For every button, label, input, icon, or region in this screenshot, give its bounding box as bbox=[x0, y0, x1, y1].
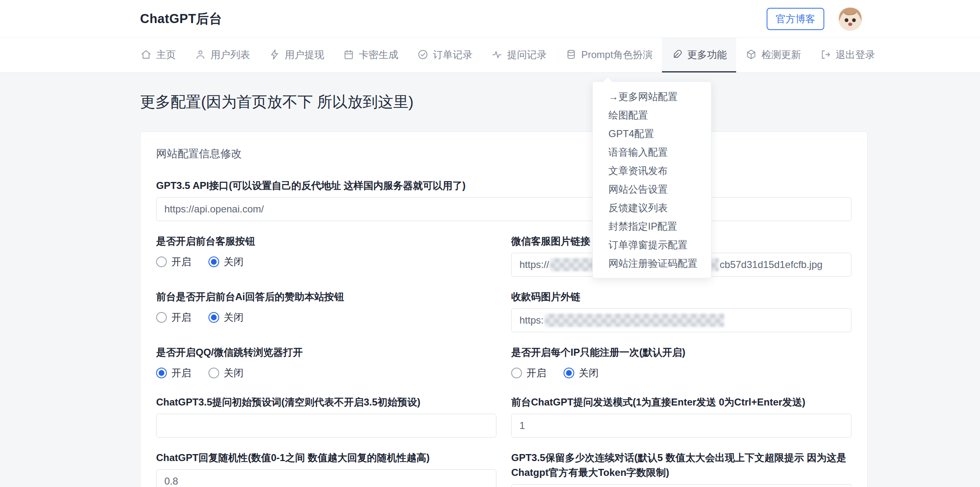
radio-option-off[interactable]: 关闭 bbox=[208, 366, 243, 380]
dropdown-item-voice-input-config[interactable]: 语音输入配置 bbox=[593, 143, 711, 161]
dropdown-item-gpt4-config[interactable]: GPT4配置 bbox=[593, 124, 711, 143]
radio-label: 关闭 bbox=[224, 255, 243, 268]
radio-label: 开启 bbox=[171, 366, 191, 380]
field-api-endpoint: GPT3.5 API接口(可以设置自己的反代地址 这样国内服务器就可以用了) h… bbox=[156, 178, 851, 221]
qq-wechat-jump-radio-group: 开启 关闭 bbox=[156, 364, 496, 382]
radio-label: 关闭 bbox=[224, 366, 243, 380]
nav-item-label: 退出登录 bbox=[835, 48, 875, 61]
nav-item-home[interactable]: 主页 bbox=[131, 38, 185, 72]
site-config-card: 网站配置信息修改 GPT3.5 API接口(可以设置自己的反代地址 这样国内服务… bbox=[140, 131, 868, 487]
radio-option-off[interactable]: 关闭 bbox=[208, 311, 243, 324]
dropdown-item-article-publish[interactable]: 文章资讯发布 bbox=[593, 161, 711, 180]
nav-item-label: 提问记录 bbox=[507, 48, 547, 61]
pen-icon bbox=[671, 49, 683, 60]
check-circle-icon bbox=[417, 49, 428, 60]
page-content: 更多配置(因为首页放不下 所以放到这里) 网站配置信息修改 GPT3.5 API… bbox=[0, 73, 980, 487]
radio-option-on[interactable]: 开启 bbox=[156, 366, 191, 380]
avatar-image bbox=[838, 7, 862, 31]
nav-item-label: 订单记录 bbox=[433, 48, 472, 61]
input-value: 1 bbox=[519, 420, 525, 431]
nav-item-label: 主页 bbox=[156, 48, 176, 61]
radio-option-off[interactable]: 关闭 bbox=[208, 255, 243, 268]
activity-icon bbox=[491, 49, 503, 60]
dropdown-item-register-captcha-config[interactable]: 网站注册验证码配置 bbox=[593, 254, 711, 273]
nav-item-label: 用户提现 bbox=[285, 48, 324, 61]
dropdown-item-drawing-config[interactable]: 绘图配置 bbox=[593, 106, 711, 124]
radio-icon bbox=[156, 312, 167, 323]
radio-option-on[interactable]: 开启 bbox=[156, 255, 191, 268]
official-blog-button[interactable]: 官方博客 bbox=[767, 8, 824, 30]
radio-icon bbox=[208, 312, 219, 323]
user-icon bbox=[195, 49, 206, 60]
api-endpoint-input[interactable]: https://api.openai.com/ bbox=[156, 197, 851, 221]
field-randomness: ChatGPT回复随机性(数值0-1之间 数值越大回复的随机性越高) 0.8 bbox=[156, 450, 496, 487]
blurred-text bbox=[545, 314, 724, 327]
context-rounds-input[interactable]: 5 bbox=[511, 484, 851, 487]
radio-label: 开启 bbox=[171, 255, 191, 268]
input-value: https: bbox=[519, 315, 544, 326]
radio-label: 开启 bbox=[171, 311, 191, 324]
card-title: 网站配置信息修改 bbox=[156, 147, 851, 161]
app-header: ChatGPT后台 官方博客 bbox=[0, 0, 980, 38]
field-label: GPT3.5保留多少次连续对话(默认5 数值太大会出现上下文超限提示 因为这是C… bbox=[511, 450, 851, 480]
nav-item-label: 卡密生成 bbox=[359, 48, 398, 61]
radio-icon bbox=[156, 256, 167, 267]
radio-label: 关闭 bbox=[224, 311, 243, 324]
input-value: cb57d31d15d1efcfb.jpg bbox=[720, 259, 823, 270]
field-label: 前台ChatGPT提问发送模式(1为直接Enter发送 0为Ctrl+Enter… bbox=[511, 395, 851, 410]
zap-icon bbox=[269, 49, 280, 60]
field-label: ChatGPT回复随机性(数值0-1之间 数值越大回复的随机性越高) bbox=[156, 450, 496, 465]
home-icon bbox=[140, 49, 152, 60]
field-label: ChatGPT3.5提问初始预设词(清空则代表不开启3.5初始预设) bbox=[156, 395, 496, 410]
radio-option-on[interactable]: 开启 bbox=[156, 311, 191, 324]
radio-icon bbox=[156, 368, 167, 378]
nav-item-logout[interactable]: 退出登录 bbox=[810, 38, 884, 72]
field-context-rounds: GPT3.5保留多少次连续对话(默认5 数值太大会出现上下文超限提示 因为这是C… bbox=[511, 450, 851, 487]
field-label: 是否开启前台客服按钮 bbox=[156, 234, 496, 249]
more-features-dropdown: →更多网站配置 绘图配置 GPT4配置 语音输入配置 文章资讯发布 网站公告设置… bbox=[592, 82, 711, 278]
header-right: 官方博客 bbox=[767, 7, 862, 31]
field-label: 是否开启QQ/微信跳转浏览器打开 bbox=[156, 345, 496, 360]
nav-item-check-update[interactable]: 检测更新 bbox=[736, 38, 810, 72]
radio-option-on[interactable]: 开启 bbox=[511, 366, 546, 380]
nav-item-prompt-roleplay[interactable]: Prompt角色扮演 bbox=[556, 38, 662, 72]
nav-item-more-features[interactable]: 更多功能 bbox=[662, 38, 736, 72]
nav-item-withdraw[interactable]: 用户提现 bbox=[260, 38, 334, 72]
nav-item-label: Prompt角色扮演 bbox=[581, 48, 653, 61]
initial-preset-input[interactable] bbox=[156, 414, 496, 438]
field-sponsor-button: 前台是否开启前台Ai回答后的赞助本站按钮 开启 关闭 bbox=[156, 289, 496, 332]
ip-register-once-radio-group: 开启 关闭 bbox=[511, 364, 851, 382]
dropdown-item-more-site-config[interactable]: →更多网站配置 bbox=[593, 87, 711, 106]
field-label: 收款码图片外链 bbox=[511, 289, 851, 304]
logout-icon bbox=[820, 49, 831, 60]
nav-item-label: 用户列表 bbox=[211, 48, 250, 61]
send-mode-input[interactable]: 1 bbox=[511, 414, 851, 438]
radio-label: 关闭 bbox=[579, 366, 599, 380]
nav-item-orders[interactable]: 订单记录 bbox=[408, 38, 482, 72]
dropdown-item-order-popup-config[interactable]: 订单弹窗提示配置 bbox=[593, 235, 711, 254]
dropdown-item-site-announcement[interactable]: 网站公告设置 bbox=[593, 180, 711, 198]
nav-item-question-log[interactable]: 提问记录 bbox=[482, 38, 556, 72]
field-label: 前台是否开启前台Ai回答后的赞助本站按钮 bbox=[156, 289, 496, 304]
field-service-button: 是否开启前台客服按钮 开启 关闭 bbox=[156, 234, 496, 277]
radio-option-off[interactable]: 关闭 bbox=[564, 366, 599, 380]
field-initial-preset: ChatGPT3.5提问初始预设词(清空则代表不开启3.5初始预设) bbox=[156, 395, 496, 438]
radio-icon bbox=[208, 368, 219, 378]
field-send-mode: 前台ChatGPT提问发送模式(1为直接Enter发送 0为Ctrl+Enter… bbox=[511, 395, 851, 438]
dropdown-item-ban-ip-config[interactable]: 封禁指定IP配置 bbox=[593, 217, 711, 235]
field-ip-register-once: 是否开启每个IP只能注册一次(默认开启) 开启 关闭 bbox=[511, 345, 851, 382]
nav-item-user-list[interactable]: 用户列表 bbox=[185, 38, 260, 72]
randomness-input[interactable]: 0.8 bbox=[156, 469, 496, 487]
radio-icon bbox=[511, 368, 522, 378]
radio-icon bbox=[208, 256, 219, 267]
service-button-radio-group: 开启 关闭 bbox=[156, 253, 496, 271]
input-value: https://api.openai.com/ bbox=[164, 203, 264, 215]
input-value: https:// bbox=[519, 259, 549, 270]
dropdown-item-feedback-list[interactable]: 反馈建议列表 bbox=[593, 198, 711, 217]
avatar[interactable] bbox=[838, 7, 862, 31]
nav-item-card-key[interactable]: 卡密生成 bbox=[334, 38, 408, 72]
payment-qr-input[interactable]: https: bbox=[511, 308, 851, 332]
database-icon bbox=[566, 49, 577, 60]
field-label: GPT3.5 API接口(可以设置自己的反代地址 这样国内服务器就可以用了) bbox=[156, 178, 851, 193]
page-title: 更多配置(因为首页放不下 所以放到这里) bbox=[140, 92, 980, 112]
